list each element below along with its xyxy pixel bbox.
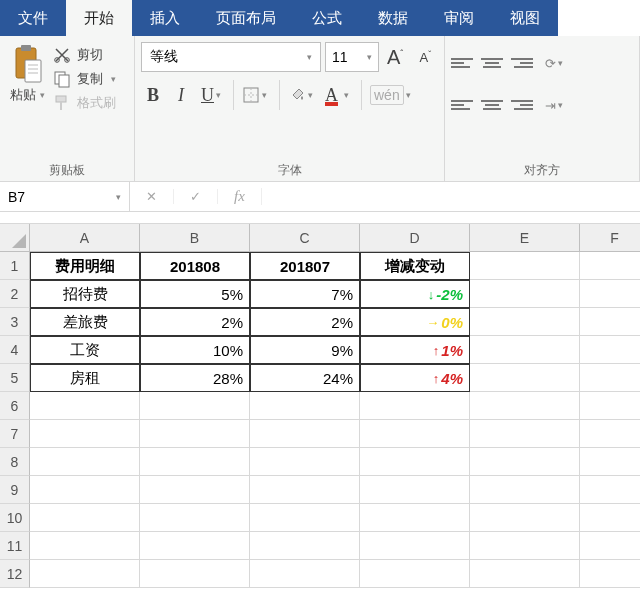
cell-B8[interactable]	[140, 448, 250, 476]
cell-C12[interactable]	[250, 560, 360, 588]
cell-B4[interactable]: 10%	[140, 336, 250, 364]
cell-F8[interactable]	[580, 448, 640, 476]
tab-view[interactable]: 视图	[492, 0, 558, 36]
row-header-10[interactable]: 10	[0, 504, 30, 532]
align-left-button[interactable]	[451, 96, 473, 114]
cell-A6[interactable]	[30, 392, 140, 420]
cell-F6[interactable]	[580, 392, 640, 420]
cell-E7[interactable]	[470, 420, 580, 448]
tab-data[interactable]: 数据	[360, 0, 426, 36]
cell-F7[interactable]	[580, 420, 640, 448]
cell-B10[interactable]	[140, 504, 250, 532]
cell-F11[interactable]	[580, 532, 640, 560]
font-name-select[interactable]: 等线 ▾	[141, 42, 321, 72]
tab-home[interactable]: 开始	[66, 0, 132, 36]
cell-E1[interactable]	[470, 252, 580, 280]
column-header-F[interactable]: F	[580, 224, 640, 252]
cell-E4[interactable]	[470, 336, 580, 364]
font-color-button[interactable]: A ▾	[321, 80, 353, 110]
column-header-C[interactable]: C	[250, 224, 360, 252]
cell-C6[interactable]	[250, 392, 360, 420]
cell-C9[interactable]	[250, 476, 360, 504]
insert-function-button[interactable]: fx	[218, 188, 262, 205]
cell-A5[interactable]: 房租	[30, 364, 140, 392]
cell-E10[interactable]	[470, 504, 580, 532]
borders-button[interactable]: ▾	[233, 80, 271, 110]
cut-button[interactable]: 剪切	[53, 46, 116, 64]
cell-F10[interactable]	[580, 504, 640, 532]
cell-B6[interactable]	[140, 392, 250, 420]
tab-review[interactable]: 审阅	[426, 0, 492, 36]
cell-B1[interactable]: 201808	[140, 252, 250, 280]
cell-F2[interactable]	[580, 280, 640, 308]
cell-C11[interactable]	[250, 532, 360, 560]
row-header-7[interactable]: 7	[0, 420, 30, 448]
row-header-8[interactable]: 8	[0, 448, 30, 476]
cell-E11[interactable]	[470, 532, 580, 560]
cell-A12[interactable]	[30, 560, 140, 588]
row-header-1[interactable]: 1	[0, 252, 30, 280]
cell-A1[interactable]: 费用明细	[30, 252, 140, 280]
row-header-2[interactable]: 2	[0, 280, 30, 308]
formula-input[interactable]	[262, 182, 640, 211]
cell-C1[interactable]: 201807	[250, 252, 360, 280]
spreadsheet-grid[interactable]: ABCDEF1费用明细201808201807增减变动2招待费5%7%↓-2%3…	[0, 224, 640, 588]
cell-C7[interactable]	[250, 420, 360, 448]
underline-button[interactable]: U▾	[197, 80, 225, 110]
align-center-button[interactable]	[481, 96, 503, 114]
tab-formulas[interactable]: 公式	[294, 0, 360, 36]
cell-D9[interactable]	[360, 476, 470, 504]
tab-insert[interactable]: 插入	[132, 0, 198, 36]
cell-B11[interactable]	[140, 532, 250, 560]
copy-button[interactable]: 复制 ▾	[53, 70, 116, 88]
select-all-corner[interactable]	[0, 224, 30, 252]
cell-C3[interactable]: 2%	[250, 308, 360, 336]
indent-button[interactable]: ⇥▾	[541, 90, 567, 120]
cell-E2[interactable]	[470, 280, 580, 308]
phonetic-guide-button[interactable]: wén ▾	[361, 80, 415, 110]
row-header-9[interactable]: 9	[0, 476, 30, 504]
cell-C8[interactable]	[250, 448, 360, 476]
cell-F9[interactable]	[580, 476, 640, 504]
cell-A4[interactable]: 工资	[30, 336, 140, 364]
cell-D2[interactable]: ↓-2%	[360, 280, 470, 308]
align-bottom-button[interactable]	[511, 54, 533, 72]
cell-E8[interactable]	[470, 448, 580, 476]
cell-D4[interactable]: ↑1%	[360, 336, 470, 364]
cell-A2[interactable]: 招待费	[30, 280, 140, 308]
cell-A3[interactable]: 差旅费	[30, 308, 140, 336]
column-header-B[interactable]: B	[140, 224, 250, 252]
cell-B7[interactable]	[140, 420, 250, 448]
cell-C10[interactable]	[250, 504, 360, 532]
cell-D7[interactable]	[360, 420, 470, 448]
cell-A7[interactable]	[30, 420, 140, 448]
cell-C2[interactable]: 7%	[250, 280, 360, 308]
column-header-E[interactable]: E	[470, 224, 580, 252]
cell-F3[interactable]	[580, 308, 640, 336]
column-header-A[interactable]: A	[30, 224, 140, 252]
cell-B2[interactable]: 5%	[140, 280, 250, 308]
orientation-button[interactable]: ⟳▾	[541, 48, 567, 78]
decrease-font-button[interactable]: Aˇ	[413, 42, 437, 72]
row-header-12[interactable]: 12	[0, 560, 30, 588]
cell-E12[interactable]	[470, 560, 580, 588]
cell-D6[interactable]	[360, 392, 470, 420]
row-header-6[interactable]: 6	[0, 392, 30, 420]
cell-E6[interactable]	[470, 392, 580, 420]
cell-F12[interactable]	[580, 560, 640, 588]
formula-enter-button[interactable]: ✓	[174, 189, 218, 204]
tab-page-layout[interactable]: 页面布局	[198, 0, 294, 36]
cell-E3[interactable]	[470, 308, 580, 336]
cell-A9[interactable]	[30, 476, 140, 504]
cell-D8[interactable]	[360, 448, 470, 476]
cell-A11[interactable]	[30, 532, 140, 560]
cell-D5[interactable]: ↑4%	[360, 364, 470, 392]
cell-F1[interactable]	[580, 252, 640, 280]
bold-button[interactable]: B	[141, 80, 165, 110]
cell-A10[interactable]	[30, 504, 140, 532]
fill-color-button[interactable]: ▾	[279, 80, 317, 110]
cell-D1[interactable]: 增减变动	[360, 252, 470, 280]
cell-E5[interactable]	[470, 364, 580, 392]
font-size-select[interactable]: 11 ▾	[325, 42, 379, 72]
formula-cancel-button[interactable]: ✕	[130, 189, 174, 204]
